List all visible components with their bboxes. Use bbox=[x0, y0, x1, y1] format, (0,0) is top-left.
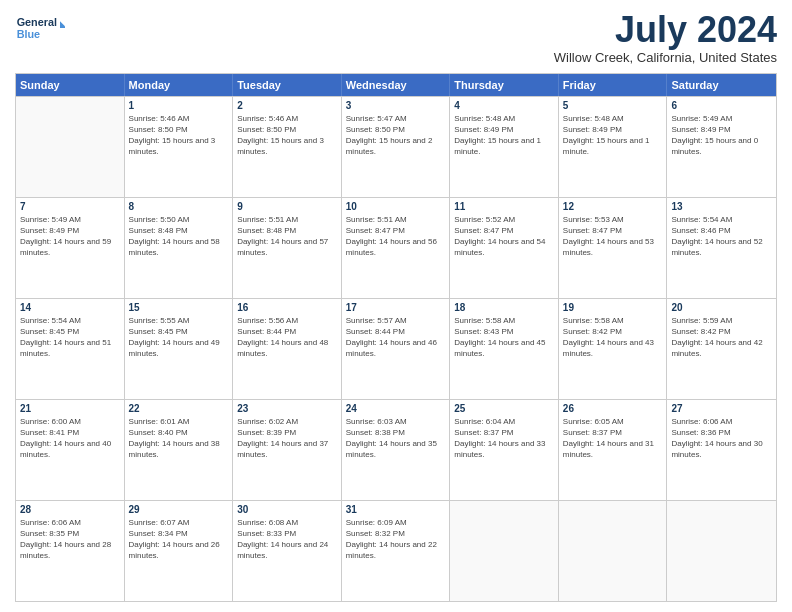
day-number: 7 bbox=[20, 201, 120, 212]
day-cell-27: 27 Sunrise: 6:06 AMSunset: 8:36 PMDaylig… bbox=[667, 400, 776, 500]
day-number: 4 bbox=[454, 100, 554, 111]
day-info: Sunrise: 5:57 AMSunset: 8:44 PMDaylight:… bbox=[346, 315, 446, 360]
day-info: Sunrise: 5:46 AMSunset: 8:50 PMDaylight:… bbox=[237, 113, 337, 158]
day-number: 27 bbox=[671, 403, 772, 414]
empty-cell-0-0 bbox=[16, 97, 125, 197]
weekday-tuesday: Tuesday bbox=[233, 74, 342, 96]
day-cell-9: 9 Sunrise: 5:51 AMSunset: 8:48 PMDayligh… bbox=[233, 198, 342, 298]
day-cell-18: 18 Sunrise: 5:58 AMSunset: 8:43 PMDaylig… bbox=[450, 299, 559, 399]
day-cell-31: 31 Sunrise: 6:09 AMSunset: 8:32 PMDaylig… bbox=[342, 501, 451, 601]
weekday-thursday: Thursday bbox=[450, 74, 559, 96]
day-cell-25: 25 Sunrise: 6:04 AMSunset: 8:37 PMDaylig… bbox=[450, 400, 559, 500]
day-cell-22: 22 Sunrise: 6:01 AMSunset: 8:40 PMDaylig… bbox=[125, 400, 234, 500]
day-number: 17 bbox=[346, 302, 446, 313]
day-cell-12: 12 Sunrise: 5:53 AMSunset: 8:47 PMDaylig… bbox=[559, 198, 668, 298]
calendar-row-4: 28 Sunrise: 6:06 AMSunset: 8:35 PMDaylig… bbox=[16, 500, 776, 601]
day-info: Sunrise: 5:56 AMSunset: 8:44 PMDaylight:… bbox=[237, 315, 337, 360]
day-info: Sunrise: 5:47 AMSunset: 8:50 PMDaylight:… bbox=[346, 113, 446, 158]
weekday-sunday: Sunday bbox=[16, 74, 125, 96]
day-info: Sunrise: 6:00 AMSunset: 8:41 PMDaylight:… bbox=[20, 416, 120, 461]
svg-text:General: General bbox=[17, 16, 57, 28]
day-info: Sunrise: 5:58 AMSunset: 8:42 PMDaylight:… bbox=[563, 315, 663, 360]
day-cell-8: 8 Sunrise: 5:50 AMSunset: 8:48 PMDayligh… bbox=[125, 198, 234, 298]
day-number: 10 bbox=[346, 201, 446, 212]
day-number: 1 bbox=[129, 100, 229, 111]
day-cell-16: 16 Sunrise: 5:56 AMSunset: 8:44 PMDaylig… bbox=[233, 299, 342, 399]
day-number: 21 bbox=[20, 403, 120, 414]
empty-cell-4-6 bbox=[667, 501, 776, 601]
day-number: 9 bbox=[237, 201, 337, 212]
weekday-wednesday: Wednesday bbox=[342, 74, 451, 96]
day-info: Sunrise: 5:49 AMSunset: 8:49 PMDaylight:… bbox=[671, 113, 772, 158]
day-cell-7: 7 Sunrise: 5:49 AMSunset: 8:49 PMDayligh… bbox=[16, 198, 125, 298]
day-cell-15: 15 Sunrise: 5:55 AMSunset: 8:45 PMDaylig… bbox=[125, 299, 234, 399]
header-right: July 2024 Willow Creek, California, Unit… bbox=[554, 10, 777, 65]
day-info: Sunrise: 5:59 AMSunset: 8:42 PMDaylight:… bbox=[671, 315, 772, 360]
day-number: 13 bbox=[671, 201, 772, 212]
day-number: 2 bbox=[237, 100, 337, 111]
calendar: Sunday Monday Tuesday Wednesday Thursday… bbox=[15, 73, 777, 602]
day-number: 26 bbox=[563, 403, 663, 414]
day-number: 24 bbox=[346, 403, 446, 414]
day-number: 8 bbox=[129, 201, 229, 212]
day-info: Sunrise: 6:06 AMSunset: 8:35 PMDaylight:… bbox=[20, 517, 120, 562]
day-number: 25 bbox=[454, 403, 554, 414]
day-cell-4: 4 Sunrise: 5:48 AMSunset: 8:49 PMDayligh… bbox=[450, 97, 559, 197]
day-cell-5: 5 Sunrise: 5:48 AMSunset: 8:49 PMDayligh… bbox=[559, 97, 668, 197]
calendar-row-0: 1 Sunrise: 5:46 AMSunset: 8:50 PMDayligh… bbox=[16, 96, 776, 197]
page: General Blue July 2024 Willow Creek, Cal… bbox=[0, 0, 792, 612]
day-cell-14: 14 Sunrise: 5:54 AMSunset: 8:45 PMDaylig… bbox=[16, 299, 125, 399]
day-number: 31 bbox=[346, 504, 446, 515]
day-info: Sunrise: 6:02 AMSunset: 8:39 PMDaylight:… bbox=[237, 416, 337, 461]
day-number: 16 bbox=[237, 302, 337, 313]
day-cell-13: 13 Sunrise: 5:54 AMSunset: 8:46 PMDaylig… bbox=[667, 198, 776, 298]
day-number: 18 bbox=[454, 302, 554, 313]
day-info: Sunrise: 6:05 AMSunset: 8:37 PMDaylight:… bbox=[563, 416, 663, 461]
day-number: 28 bbox=[20, 504, 120, 515]
day-info: Sunrise: 5:54 AMSunset: 8:46 PMDaylight:… bbox=[671, 214, 772, 259]
calendar-body: 1 Sunrise: 5:46 AMSunset: 8:50 PMDayligh… bbox=[16, 96, 776, 601]
day-number: 15 bbox=[129, 302, 229, 313]
day-number: 19 bbox=[563, 302, 663, 313]
day-number: 23 bbox=[237, 403, 337, 414]
day-cell-23: 23 Sunrise: 6:02 AMSunset: 8:39 PMDaylig… bbox=[233, 400, 342, 500]
day-cell-26: 26 Sunrise: 6:05 AMSunset: 8:37 PMDaylig… bbox=[559, 400, 668, 500]
day-number: 29 bbox=[129, 504, 229, 515]
day-number: 11 bbox=[454, 201, 554, 212]
svg-text:Blue: Blue bbox=[17, 28, 40, 40]
header: General Blue July 2024 Willow Creek, Cal… bbox=[15, 10, 777, 65]
empty-cell-4-4 bbox=[450, 501, 559, 601]
weekday-friday: Friday bbox=[559, 74, 668, 96]
day-cell-2: 2 Sunrise: 5:46 AMSunset: 8:50 PMDayligh… bbox=[233, 97, 342, 197]
day-number: 12 bbox=[563, 201, 663, 212]
svg-marker-2 bbox=[60, 21, 65, 28]
day-cell-11: 11 Sunrise: 5:52 AMSunset: 8:47 PMDaylig… bbox=[450, 198, 559, 298]
day-cell-24: 24 Sunrise: 6:03 AMSunset: 8:38 PMDaylig… bbox=[342, 400, 451, 500]
day-info: Sunrise: 5:51 AMSunset: 8:47 PMDaylight:… bbox=[346, 214, 446, 259]
day-info: Sunrise: 5:52 AMSunset: 8:47 PMDaylight:… bbox=[454, 214, 554, 259]
day-info: Sunrise: 5:46 AMSunset: 8:50 PMDaylight:… bbox=[129, 113, 229, 158]
day-number: 3 bbox=[346, 100, 446, 111]
day-cell-17: 17 Sunrise: 5:57 AMSunset: 8:44 PMDaylig… bbox=[342, 299, 451, 399]
weekday-monday: Monday bbox=[125, 74, 234, 96]
month-title: July 2024 bbox=[554, 10, 777, 50]
day-cell-21: 21 Sunrise: 6:00 AMSunset: 8:41 PMDaylig… bbox=[16, 400, 125, 500]
day-number: 22 bbox=[129, 403, 229, 414]
day-number: 14 bbox=[20, 302, 120, 313]
day-info: Sunrise: 5:55 AMSunset: 8:45 PMDaylight:… bbox=[129, 315, 229, 360]
logo-icon: General Blue bbox=[15, 10, 65, 45]
day-info: Sunrise: 5:48 AMSunset: 8:49 PMDaylight:… bbox=[563, 113, 663, 158]
day-info: Sunrise: 6:01 AMSunset: 8:40 PMDaylight:… bbox=[129, 416, 229, 461]
day-cell-29: 29 Sunrise: 6:07 AMSunset: 8:34 PMDaylig… bbox=[125, 501, 234, 601]
day-info: Sunrise: 5:54 AMSunset: 8:45 PMDaylight:… bbox=[20, 315, 120, 360]
day-info: Sunrise: 6:03 AMSunset: 8:38 PMDaylight:… bbox=[346, 416, 446, 461]
day-cell-3: 3 Sunrise: 5:47 AMSunset: 8:50 PMDayligh… bbox=[342, 97, 451, 197]
day-info: Sunrise: 5:49 AMSunset: 8:49 PMDaylight:… bbox=[20, 214, 120, 259]
day-number: 30 bbox=[237, 504, 337, 515]
calendar-row-1: 7 Sunrise: 5:49 AMSunset: 8:49 PMDayligh… bbox=[16, 197, 776, 298]
day-cell-30: 30 Sunrise: 6:08 AMSunset: 8:33 PMDaylig… bbox=[233, 501, 342, 601]
day-info: Sunrise: 5:50 AMSunset: 8:48 PMDaylight:… bbox=[129, 214, 229, 259]
day-cell-1: 1 Sunrise: 5:46 AMSunset: 8:50 PMDayligh… bbox=[125, 97, 234, 197]
day-cell-10: 10 Sunrise: 5:51 AMSunset: 8:47 PMDaylig… bbox=[342, 198, 451, 298]
day-info: Sunrise: 6:07 AMSunset: 8:34 PMDaylight:… bbox=[129, 517, 229, 562]
